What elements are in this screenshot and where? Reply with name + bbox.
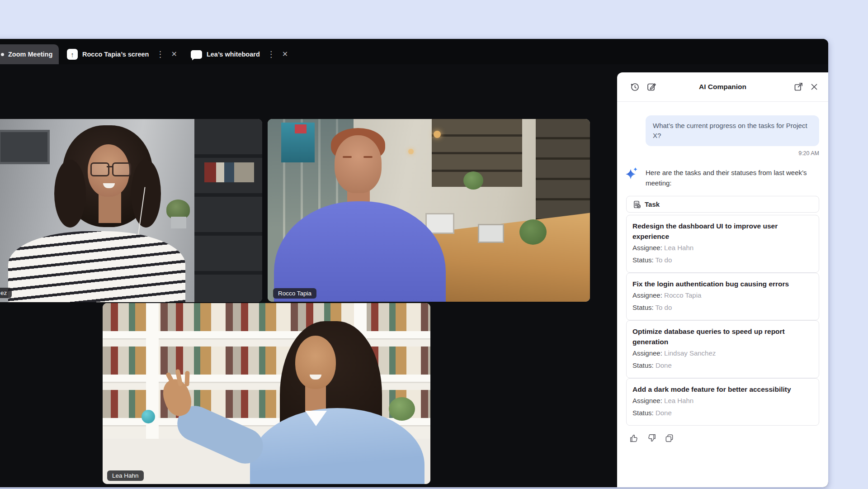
- task-list: Redesign the dashboard UI to improve use…: [626, 215, 819, 426]
- task-item: Redesign the dashboard UI to improve use…: [626, 215, 819, 273]
- copy-icon[interactable]: [663, 432, 675, 444]
- task-item: Add a dark mode feature for better acces…: [626, 378, 819, 426]
- tab-label: Lea’s whiteboard: [207, 51, 260, 58]
- task-assignee: Assignee: Lea Hahn: [632, 242, 813, 254]
- zoom-app-window: Zoom Meeting ↑ Rocco Tapia’s screen ⋮ ✕ …: [0, 39, 828, 487]
- task-title: Redesign the dashboard UI to improve use…: [632, 221, 813, 242]
- thumbs-up-icon[interactable]: [628, 432, 640, 444]
- ai-message-text: Here are the tasks and their statuses fr…: [646, 169, 807, 187]
- task-card: Task Redesign the dashboard UI to improv…: [626, 196, 819, 426]
- history-icon[interactable]: [629, 81, 641, 93]
- task-title: Fix the login authentication bug causing…: [632, 279, 813, 289]
- tab-close-icon[interactable]: ✕: [171, 51, 177, 58]
- meeting-tab-bar: Zoom Meeting ↑ Rocco Tapia’s screen ⋮ ✕ …: [0, 39, 828, 64]
- task-status: Status: To do: [632, 301, 813, 313]
- participant-name-tag: ez: [0, 288, 12, 299]
- share-screen-icon: ↑: [67, 49, 78, 60]
- task-title: Add a dark mode feature for better acces…: [632, 384, 813, 394]
- participant-name-tag: Lea Hahn: [107, 470, 144, 481]
- task-list-icon: [632, 200, 641, 209]
- tab-lea-whiteboard[interactable]: Lea’s whiteboard ⋮ ✕: [191, 44, 288, 64]
- participant-name-tag: Rocco Tapia: [273, 288, 316, 299]
- participant-photo: [103, 303, 430, 484]
- whiteboard-icon: [191, 50, 202, 59]
- compose-icon[interactable]: [646, 81, 657, 93]
- task-assignee: Assignee: Rocco Tapia: [632, 289, 813, 301]
- chat-body: What’s the current progress on the tasks…: [617, 102, 828, 487]
- close-icon[interactable]: [808, 81, 820, 93]
- tab-zoom-meeting[interactable]: Zoom Meeting: [0, 44, 59, 64]
- task-card-header: Task: [626, 196, 819, 213]
- ai-message: Here are the tasks and their statuses fr…: [626, 167, 819, 188]
- tab-label: Zoom Meeting: [8, 51, 52, 58]
- tab-menu-icon[interactable]: ⋮: [156, 50, 164, 58]
- task-item: Optimize database queries to speed up re…: [626, 320, 819, 378]
- ai-companion-header: AI Companion: [617, 72, 828, 102]
- tab-menu-icon[interactable]: ⋮: [267, 50, 275, 58]
- task-status: Status: To do: [632, 254, 813, 266]
- meeting-status-icon: [1, 53, 4, 56]
- user-message-bubble: What’s the current progress on the tasks…: [646, 115, 819, 146]
- tab-close-icon[interactable]: ✕: [282, 51, 288, 58]
- message-feedback-bar: [628, 432, 819, 444]
- task-assignee: Assignee: Lindsay Sanchez: [632, 347, 813, 359]
- video-tile-rocco[interactable]: Rocco Tapia: [268, 119, 590, 302]
- task-assignee: Assignee: Lea Hahn: [632, 394, 813, 407]
- page-background: Zoom Meeting ↑ Rocco Tapia’s screen ⋮ ✕ …: [0, 0, 868, 489]
- task-title: Optimize database queries to speed up re…: [632, 326, 813, 347]
- tab-label: Rocco Tapia’s screen: [82, 51, 149, 58]
- video-tile-participant-1[interactable]: ez: [0, 119, 262, 302]
- open-in-new-icon[interactable]: [793, 81, 804, 93]
- tab-rocco-screen[interactable]: ↑ Rocco Tapia’s screen ⋮ ✕: [67, 44, 177, 64]
- ai-companion-sparkle-icon: [624, 166, 640, 185]
- message-timestamp: 9:20 AM: [626, 150, 819, 157]
- participant-photo: [0, 119, 262, 302]
- task-status: Status: Done: [632, 359, 813, 371]
- task-status: Status: Done: [632, 407, 813, 419]
- task-item: Fix the login authentication bug causing…: [626, 273, 819, 320]
- thumbs-down-icon[interactable]: [646, 432, 657, 444]
- video-tile-lea[interactable]: Lea Hahn: [103, 303, 430, 484]
- ai-companion-panel: AI Companion What’s the current progress…: [617, 72, 828, 487]
- participant-photo: [268, 119, 590, 302]
